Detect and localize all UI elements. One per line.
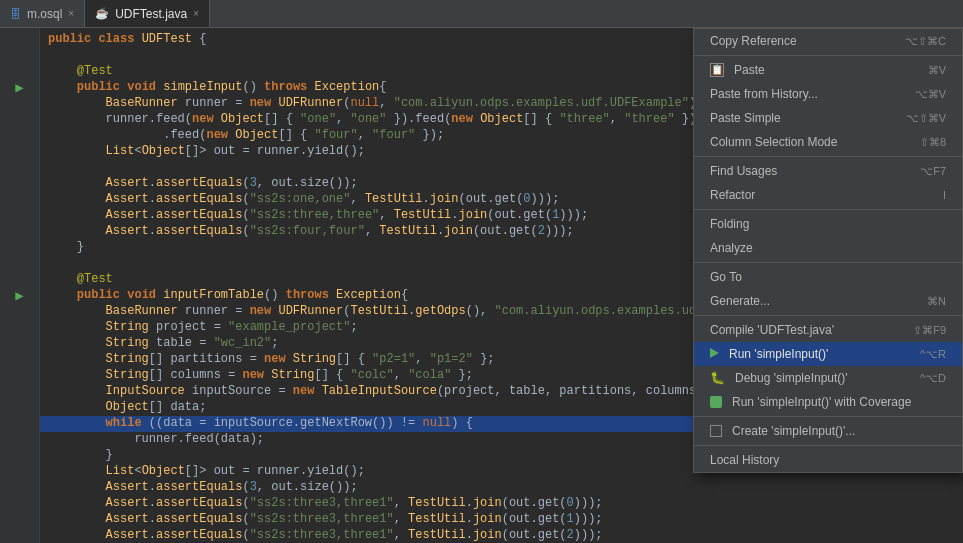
- menu-item-folding[interactable]: Folding: [694, 212, 962, 236]
- menu-item-paste-history[interactable]: Paste from History... ⌥⌘V: [694, 82, 962, 106]
- gutter-line-21: [0, 351, 39, 367]
- code-line-32: Assert.assertEquals("ss2s:three3,three1"…: [40, 528, 963, 543]
- gutter-line-27: [0, 447, 39, 463]
- gutter-line-31: [0, 511, 39, 527]
- debug-label: Debug 'simpleInput()': [735, 371, 848, 385]
- gutter-line-4: ▶: [0, 80, 39, 96]
- gutter-line-3: [0, 64, 39, 80]
- gutter-line-6: [0, 112, 39, 128]
- go-to-label: Go To: [710, 270, 742, 284]
- column-selection-shortcut: ⇧⌘8: [920, 136, 946, 149]
- menu-separator-6: [694, 416, 962, 417]
- gutter-line-22: [0, 367, 39, 383]
- menu-separator-2: [694, 156, 962, 157]
- run-triangle-icon: [710, 347, 719, 361]
- gutter-line-20: [0, 335, 39, 351]
- run-coverage-label: Run 'simpleInput()' with Coverage: [732, 395, 911, 409]
- gutter-line-17: ▶: [0, 288, 39, 304]
- gutter-line-9: [0, 160, 39, 176]
- generate-label: Generate...: [710, 294, 770, 308]
- paste-icon: 📋: [710, 63, 724, 77]
- paste-simple-label: Paste Simple: [710, 111, 781, 125]
- code-line-29: Assert.assertEquals(3, out.size());: [40, 480, 963, 496]
- gutter-line-12: [0, 208, 39, 224]
- find-usages-label: Find Usages: [710, 164, 777, 178]
- menu-item-refactor[interactable]: Refactor I: [694, 183, 962, 207]
- menu-item-generate[interactable]: Generate... ⌘N: [694, 289, 962, 313]
- paste-shortcut: ⌘V: [928, 64, 946, 77]
- analyze-label: Analyze: [710, 241, 753, 255]
- menu-item-find-usages[interactable]: Find Usages ⌥F7: [694, 159, 962, 183]
- debug-shortcut: ^⌥D: [920, 372, 946, 385]
- local-history-label: Local History: [710, 453, 779, 467]
- db-icon: 🗄: [10, 8, 21, 20]
- gutter-line-11: [0, 192, 39, 208]
- menu-item-run-simple-input[interactable]: Run 'simpleInput()' ^⌥R: [694, 342, 962, 366]
- tab-bar: 🗄 m.osql × ☕ UDFTest.java ×: [0, 0, 963, 28]
- gutter-line-25: [0, 415, 39, 431]
- gutter-line-19: [0, 320, 39, 336]
- run-gutter-icon-2[interactable]: ▶: [15, 287, 23, 304]
- main-layout: ▶ ▶ public class UDFTes: [0, 28, 963, 543]
- gutter: ▶ ▶: [0, 28, 40, 543]
- gutter-line-10: [0, 176, 39, 192]
- gutter-line-23: [0, 383, 39, 399]
- column-selection-label: Column Selection Mode: [710, 135, 837, 149]
- menu-item-local-history[interactable]: Local History: [694, 448, 962, 472]
- generate-shortcut: ⌘N: [927, 295, 946, 308]
- menu-item-paste[interactable]: 📋 Paste ⌘V: [694, 58, 962, 82]
- paste-simple-shortcut: ⌥⇧⌘V: [906, 112, 946, 125]
- tab-m-sql[interactable]: 🗄 m.osql ×: [0, 0, 85, 27]
- menu-item-analyze[interactable]: Analyze: [694, 236, 962, 260]
- paste-history-label: Paste from History...: [710, 87, 818, 101]
- refactor-shortcut: I: [943, 189, 946, 201]
- tab-m-sql-close[interactable]: ×: [68, 8, 74, 19]
- tab-m-sql-label: m.osql: [27, 7, 62, 21]
- gutter-line-24: [0, 399, 39, 415]
- java-icon: ☕: [95, 7, 109, 20]
- paste-label: Paste: [734, 63, 765, 77]
- gutter-line-8: [0, 144, 39, 160]
- menu-item-paste-simple[interactable]: Paste Simple ⌥⇧⌘V: [694, 106, 962, 130]
- menu-item-debug-simple-input[interactable]: 🐛 Debug 'simpleInput()' ^⌥D: [694, 366, 962, 390]
- folding-label: Folding: [710, 217, 749, 231]
- menu-separator-7: [694, 445, 962, 446]
- find-usages-shortcut: ⌥F7: [920, 165, 946, 178]
- create-icon: [710, 425, 722, 437]
- gutter-line-5: [0, 96, 39, 112]
- gutter-line-15: [0, 256, 39, 272]
- code-editor[interactable]: public class UDFTest { @Test public void…: [40, 28, 963, 543]
- compile-shortcut: ⇧⌘F9: [913, 324, 946, 337]
- menu-separator-3: [694, 209, 962, 210]
- paste-history-shortcut: ⌥⌘V: [915, 88, 946, 101]
- compile-label: Compile 'UDFTest.java': [710, 323, 834, 337]
- context-menu: Copy Reference ⌥⇧⌘C 📋 Paste ⌘V Paste fro…: [693, 28, 963, 473]
- gutter-line-29: [0, 479, 39, 495]
- code-line-31: Assert.assertEquals("ss2s:three3,three1"…: [40, 512, 963, 528]
- coverage-icon: [710, 396, 722, 408]
- run-simple-input-label: Run 'simpleInput()': [729, 347, 828, 361]
- gutter-line-16: [0, 272, 39, 288]
- menu-item-column-selection[interactable]: Column Selection Mode ⇧⌘8: [694, 130, 962, 154]
- gutter-line-32: [0, 527, 39, 543]
- gutter-line-2: [0, 48, 39, 64]
- code-line-30: Assert.assertEquals("ss2s:three3,three1"…: [40, 496, 963, 512]
- menu-item-copy-reference[interactable]: Copy Reference ⌥⇧⌘C: [694, 29, 962, 53]
- run-gutter-icon[interactable]: ▶: [15, 79, 23, 96]
- menu-item-go-to[interactable]: Go To: [694, 265, 962, 289]
- gutter-line-1: [0, 32, 39, 48]
- copy-reference-shortcut: ⌥⇧⌘C: [905, 35, 946, 48]
- tab-udf-test-close[interactable]: ×: [193, 8, 199, 19]
- menu-separator-1: [694, 55, 962, 56]
- menu-item-run-coverage[interactable]: Run 'simpleInput()' with Coverage: [694, 390, 962, 414]
- tab-udf-test[interactable]: ☕ UDFTest.java ×: [85, 0, 210, 27]
- run-simple-input-shortcut: ^⌥R: [920, 348, 946, 361]
- tab-udf-test-label: UDFTest.java: [115, 7, 187, 21]
- menu-item-create-simple-input[interactable]: Create 'simpleInput()'...: [694, 419, 962, 443]
- gutter-line-30: [0, 495, 39, 511]
- debug-icon: 🐛: [710, 371, 725, 385]
- menu-item-compile[interactable]: Compile 'UDFTest.java' ⇧⌘F9: [694, 318, 962, 342]
- gutter-line-26: [0, 431, 39, 447]
- copy-reference-label: Copy Reference: [710, 34, 797, 48]
- gutter-line-14: [0, 240, 39, 256]
